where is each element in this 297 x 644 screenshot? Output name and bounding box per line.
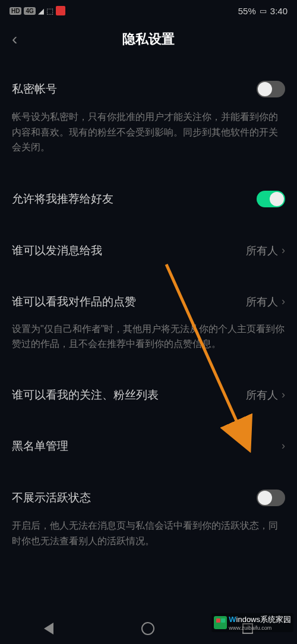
clock: 3:40 [270, 6, 287, 16]
row-hide-active[interactable]: 不展示活跃状态 [12, 478, 285, 518]
chevron-right-icon: › [282, 389, 285, 401]
who-msg-label: 谁可以发消息给我 [12, 243, 102, 258]
who-follow-label: 谁可以看我的关注、粉丝列表 [12, 387, 159, 403]
hide-active-toggle[interactable] [257, 490, 285, 506]
battery-icon: ▭ [260, 7, 267, 15]
who-likes-desc: 设置为"仅自己和作者"时，其他用户将无法从你的个人主页看到你赞过的作品，且不会在… [12, 321, 285, 364]
content: 私密帐号 帐号设为私密时，只有你批准的用户才能关注你，并能看到你的内容和喜欢。现… [0, 57, 297, 560]
signal-icon: ⬚ [46, 7, 53, 15]
status-bar: HD 4G ◢ ⬚ 55% ▭ 3:40 [0, 0, 297, 21]
row-who-likes[interactable]: 谁可以看我对作品的点赞 所有人 › [12, 282, 285, 321]
nav-back-icon[interactable] [44, 623, 53, 634]
recommend-friends-label: 允许将我推荐给好友 [12, 191, 113, 207]
blocklist-label: 黑名单管理 [12, 438, 68, 454]
hd-icon: HD [10, 7, 21, 15]
page-title: 隐私设置 [122, 30, 175, 48]
who-follow-value: 所有人 › [246, 388, 285, 402]
watermark-text: indows系统家园 [236, 615, 291, 624]
private-account-desc: 帐号设为私密时，只有你批准的用户才能关注你，并能看到你的内容和喜欢。现有的粉丝不… [12, 109, 285, 167]
blocklist-value: › [282, 440, 285, 452]
row-blocklist[interactable]: 黑名单管理 › [12, 427, 285, 466]
nav-home-icon[interactable] [141, 622, 154, 635]
who-msg-value: 所有人 › [246, 244, 285, 258]
who-likes-value: 所有人 › [246, 295, 285, 309]
row-private-account[interactable]: 私密帐号 [12, 69, 285, 109]
back-button[interactable]: ‹ [12, 30, 17, 49]
private-account-label: 私密帐号 [12, 81, 57, 97]
wifi-icon: ◢ [38, 7, 44, 15]
private-account-toggle[interactable] [257, 81, 285, 97]
row-who-msg[interactable]: 谁可以发消息给我 所有人 › [12, 231, 285, 270]
chevron-right-icon: › [282, 244, 285, 257]
row-who-follow[interactable]: 谁可以看我的关注、粉丝列表 所有人 › [12, 375, 285, 415]
who-likes-label: 谁可以看我对作品的点赞 [12, 294, 136, 310]
hide-active-label: 不展示活跃状态 [12, 490, 91, 506]
status-right: 55% ▭ 3:40 [238, 6, 287, 16]
rec-icon [56, 6, 65, 15]
chevron-right-icon: › [282, 440, 285, 452]
watermark: Windows系统家园 www.zuibaifu.com [211, 613, 293, 632]
header: ‹ 隐私设置 [0, 21, 297, 57]
chevron-right-icon: › [282, 295, 285, 308]
status-left: HD 4G ◢ ⬚ [10, 6, 65, 15]
row-recommend-friends[interactable]: 允许将我推荐给好友 [12, 179, 285, 219]
watermark-sub: www.zuibaifu.com [229, 625, 291, 631]
watermark-icon [214, 616, 227, 629]
network-icon: 4G [24, 7, 35, 15]
recommend-friends-toggle[interactable] [257, 191, 285, 207]
battery-pct: 55% [238, 6, 256, 16]
hide-active-desc: 开启后，他人无法在消息页与私信会话中看到你的活跃状态，同时你也无法查看别人的活跃… [12, 518, 285, 560]
